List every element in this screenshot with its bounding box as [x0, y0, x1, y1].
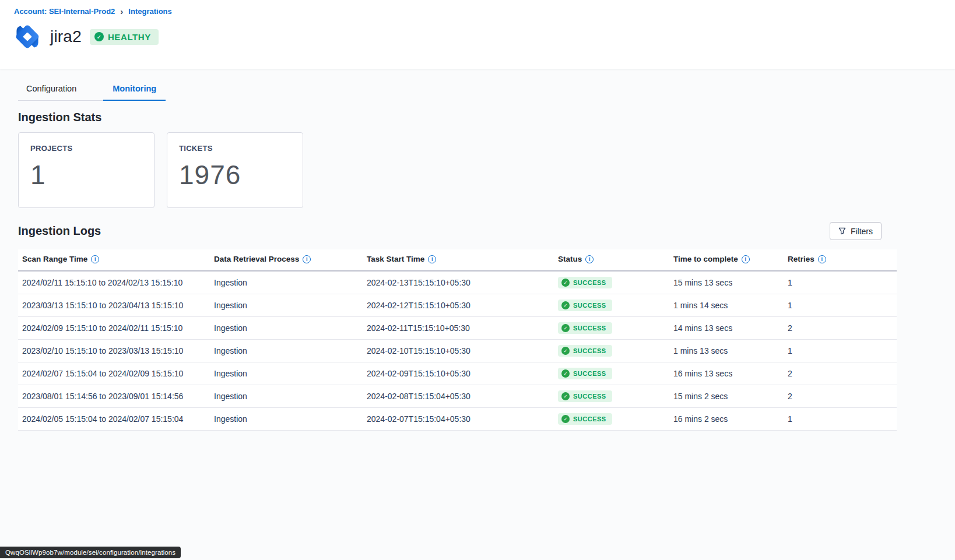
- stat-label: PROJECTS: [30, 144, 142, 153]
- stat-cards: PROJECTS 1 TICKETS 1976: [18, 132, 937, 208]
- jira-logo-icon: [12, 21, 43, 52]
- status-badge: ✓ SUCCESS: [558, 345, 612, 357]
- cell-retries: 2: [784, 362, 897, 385]
- health-status-label: HEALTHY: [108, 32, 151, 42]
- cell-time-to-complete: 14 mins 13 secs: [669, 317, 784, 340]
- cell-data-retrieval-process: Ingestion: [210, 271, 363, 294]
- filter-funnel-icon: [838, 227, 846, 235]
- status-label: SUCCESS: [573, 279, 606, 286]
- cell-retries: 1: [784, 271, 897, 294]
- cell-retries: 1: [784, 294, 897, 317]
- link-url-status-tooltip: QwqOSllWp9ob7w/module/sei/configuration/…: [0, 547, 181, 558]
- cell-status: ✓ SUCCESS: [554, 294, 669, 317]
- cell-task-start-time: 2024-02-09T15:15:10+05:30: [363, 362, 554, 385]
- breadcrumb-chevron-icon: ›: [120, 7, 123, 16]
- cell-scan-range-time: 2024/02/11 15:15:10 to 2024/02/13 15:15:…: [18, 271, 210, 294]
- col-task-start-time: Task Start Time: [367, 255, 424, 263]
- breadcrumb-integrations-link[interactable]: Integrations: [128, 7, 171, 16]
- stat-label: TICKETS: [179, 144, 291, 153]
- status-label: SUCCESS: [573, 347, 606, 354]
- table-row: 2024/02/07 15:15:04 to 2024/02/09 15:15:…: [18, 362, 897, 385]
- check-circle-icon: ✓: [561, 347, 570, 355]
- table-header-row: Scan Range Timei Data Retrieval Processi…: [18, 249, 897, 271]
- stat-card-tickets: TICKETS 1976: [167, 132, 303, 208]
- ingestion-stats-heading: Ingestion Stats: [18, 111, 937, 124]
- cell-status: ✓ SUCCESS: [554, 271, 669, 294]
- info-icon[interactable]: i: [303, 255, 311, 263]
- check-circle-icon: ✓: [561, 392, 570, 400]
- breadcrumb: Account: SEI-Internal-Prod2 › Integratio…: [14, 7, 941, 16]
- stat-value: 1: [30, 159, 142, 191]
- check-circle-icon: ✓: [561, 301, 570, 309]
- filters-button[interactable]: Filters: [830, 222, 882, 240]
- cell-data-retrieval-process: Ingestion: [210, 362, 363, 385]
- filters-button-label: Filters: [851, 227, 873, 236]
- stat-value: 1976: [179, 159, 291, 191]
- cell-status: ✓ SUCCESS: [554, 340, 669, 362]
- table-row: 2023/03/13 15:15:10 to 2023/04/13 15:15:…: [18, 294, 897, 317]
- cell-retries: 2: [784, 317, 897, 340]
- tab-monitoring[interactable]: Monitoring: [103, 80, 166, 101]
- cell-scan-range-time: 2023/03/13 15:15:10 to 2023/04/13 15:15:…: [18, 294, 210, 317]
- info-icon[interactable]: i: [818, 255, 826, 263]
- tab-configuration[interactable]: Configuration: [18, 80, 85, 101]
- page-title: jira2: [50, 27, 82, 46]
- cell-task-start-time: 2024-02-10T15:15:10+05:30: [363, 340, 554, 362]
- cell-time-to-complete: 15 mins 13 secs: [669, 271, 784, 294]
- cell-time-to-complete: 15 mins 2 secs: [669, 385, 784, 408]
- cell-task-start-time: 2024-02-08T15:15:04+05:30: [363, 385, 554, 408]
- status-label: SUCCESS: [573, 370, 606, 377]
- ingestion-logs-header-row: Ingestion Logs Filters: [18, 222, 897, 240]
- status-badge: ✓ SUCCESS: [558, 300, 612, 311]
- table-row: 2024/02/05 15:15:04 to 2024/02/07 15:15:…: [18, 408, 897, 431]
- cell-retries: 1: [784, 408, 897, 431]
- breadcrumb-account-link[interactable]: Account: SEI-Internal-Prod2: [14, 7, 115, 16]
- status-label: SUCCESS: [573, 302, 606, 309]
- check-circle-icon: ✓: [561, 279, 570, 287]
- info-icon[interactable]: i: [742, 255, 750, 263]
- cell-status: ✓ SUCCESS: [554, 408, 669, 431]
- info-icon[interactable]: i: [91, 255, 99, 263]
- col-time-to-complete: Time to complete: [673, 255, 738, 263]
- cell-task-start-time: 2024-02-12T15:15:10+05:30: [363, 294, 554, 317]
- status-label: SUCCESS: [573, 393, 606, 400]
- logs-table-body: 2024/02/11 15:15:10 to 2024/02/13 15:15:…: [18, 271, 897, 431]
- cell-retries: 1: [784, 340, 897, 362]
- cell-data-retrieval-process: Ingestion: [210, 294, 363, 317]
- status-label: SUCCESS: [573, 415, 606, 422]
- check-circle-icon: ✓: [94, 32, 104, 41]
- cell-data-retrieval-process: Ingestion: [210, 340, 363, 362]
- col-status: Status: [558, 255, 582, 263]
- col-data-retrieval-process: Data Retrieval Process: [214, 255, 299, 263]
- info-icon[interactable]: i: [428, 255, 436, 263]
- status-badge: ✓ SUCCESS: [558, 368, 612, 379]
- page-header: Account: SEI-Internal-Prod2 › Integratio…: [0, 0, 955, 69]
- col-retries: Retries: [788, 255, 814, 263]
- status-badge: ✓ SUCCESS: [558, 390, 612, 402]
- cell-time-to-complete: 16 mins 13 secs: [669, 362, 784, 385]
- ingestion-logs-heading: Ingestion Logs: [18, 224, 101, 238]
- cell-retries: 2: [784, 385, 897, 408]
- check-circle-icon: ✓: [561, 415, 570, 423]
- cell-scan-range-time: 2023/02/10 15:15:10 to 2023/03/13 15:15:…: [18, 340, 210, 362]
- table-row: 2023/08/01 15:14:56 to 2023/09/01 15:14:…: [18, 385, 897, 408]
- cell-data-retrieval-process: Ingestion: [210, 385, 363, 408]
- cell-time-to-complete: 16 mins 2 secs: [669, 408, 784, 431]
- table-row: 2024/02/11 15:15:10 to 2024/02/13 15:15:…: [18, 271, 897, 294]
- cell-scan-range-time: 2024/02/05 15:15:04 to 2024/02/07 15:15:…: [18, 408, 210, 431]
- cell-time-to-complete: 1 mins 13 secs: [669, 340, 784, 362]
- cell-data-retrieval-process: Ingestion: [210, 408, 363, 431]
- tab-bar: Configuration Monitoring: [18, 80, 166, 101]
- cell-time-to-complete: 1 mins 14 secs: [669, 294, 784, 317]
- cell-scan-range-time: 2024/02/09 15:15:10 to 2024/02/11 15:15:…: [18, 317, 210, 340]
- status-badge: ✓ SUCCESS: [558, 277, 612, 288]
- health-status-badge: ✓ HEALTHY: [90, 29, 159, 45]
- status-badge: ✓ SUCCESS: [558, 322, 612, 334]
- cell-scan-range-time: 2024/02/07 15:15:04 to 2024/02/09 15:15:…: [18, 362, 210, 385]
- check-circle-icon: ✓: [561, 324, 570, 332]
- info-icon[interactable]: i: [585, 255, 594, 263]
- cell-task-start-time: 2024-02-11T15:15:10+05:30: [363, 317, 554, 340]
- cell-status: ✓ SUCCESS: [554, 385, 669, 408]
- col-scan-range-time: Scan Range Time: [22, 255, 87, 263]
- cell-data-retrieval-process: Ingestion: [210, 317, 363, 340]
